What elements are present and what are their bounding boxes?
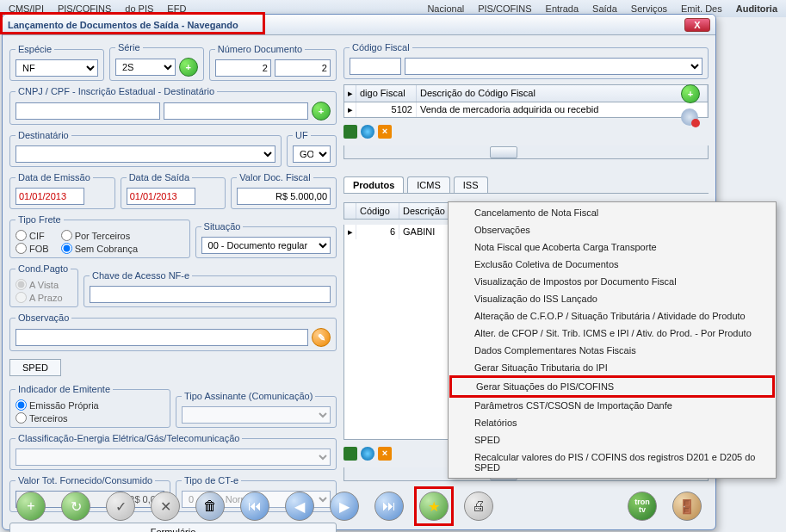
tab-icms[interactable]: ICMS [407,176,450,193]
tab-iss[interactable]: ISS [454,176,488,193]
clear-icon[interactable]: × [378,125,392,139]
destinatario-label: Destinatário [15,130,71,140]
cfop-row[interactable]: ▸ 5102 Venda de mercadoria adquirida ou … [344,102,708,117]
cm-dados-comp[interactable]: Dados Complementares Notas Fiscais [450,342,774,359]
clear-icon[interactable]: × [378,447,392,461]
add-serie-button[interactable]: + [179,58,198,77]
frete-fob[interactable]: FOB [15,243,49,254]
cm-alt-cfop[interactable]: Alteração de C.F.O.P / Situação Tributár… [450,307,774,325]
cnpj-input[interactable] [15,102,160,120]
pagto-aprazo[interactable]: A Prazo [15,292,72,303]
especie-label: Espécie [15,44,54,54]
add-button[interactable]: + [16,492,46,521]
frete-terceiros[interactable]: Por Terceiros [61,230,138,241]
emissao-input[interactable] [15,188,84,205]
valor-label: Valor Doc. Fiscal [237,172,313,182]
exit-button[interactable]: 🚪 [672,492,702,521]
close-button[interactable]: X [684,18,710,32]
first-button[interactable]: ⏮ [240,492,269,521]
ie-input[interactable] [164,102,308,120]
last-button[interactable]: ⏭ [374,492,404,521]
situacao-label: Situação [201,221,244,232]
serie-select[interactable]: 2S [115,59,176,76]
situacao-select[interactable]: 00 - Documento regular [201,237,331,254]
cm-gerar-piscofins[interactable]: Gerar Situações do PIS/COFINS [449,375,775,398]
auditoria-label: Auditoria [731,2,783,15]
add-cfop-button[interactable]: + [681,84,700,103]
cnpj-label: CNPJ / CPF - Inscrição Estadual - Destin… [15,86,217,96]
chave-label: Chave de Acesso NF-e [90,270,192,281]
numero-label: Número Documento [215,44,305,54]
refresh-button[interactable]: ↻ [61,492,90,521]
prev-button[interactable]: ◀ [285,492,314,521]
sped-button[interactable]: SPED [9,359,61,376]
cancel-button[interactable]: ✕ [151,492,180,521]
saida-input[interactable] [127,188,195,205]
cm-vis-impostos[interactable]: Visualização de Impostos por Documento F… [450,273,774,290]
add-dest-button[interactable]: + [312,102,331,121]
cfop-grid-header: ▸ digo Fiscal Descrição do Código Fiscal [343,84,709,102]
serie-label: Série [115,42,143,53]
frete-cif[interactable]: CIF [15,230,49,241]
frete-label: Tipo Frete [15,214,64,225]
codfiscal-label: Código Fiscal [350,42,412,53]
destinatario-select[interactable] [15,145,275,163]
cm-vis-iss[interactable]: Visualização do ISS Lançado [450,290,774,307]
delete-button[interactable]: 🗑 [195,492,225,521]
condpagto-label: Cond.Pagto [15,263,71,274]
excel-icon[interactable] [343,447,357,461]
cm-gerar-ipi[interactable]: Gerar Situação Tributaria do IPI [450,359,774,376]
cm-sped[interactable]: SPED [450,431,774,448]
cm-alt-cfop-prod[interactable]: Alter. de CFOP / Sit. Trib. ICMS e IPI /… [450,325,774,342]
product-tabs: Produtos ICMS ISS [343,176,709,194]
tab-produtos[interactable]: Produtos [343,176,404,193]
frete-sem[interactable]: Sem Cobrança [61,243,138,254]
emit-terceiros[interactable]: Terceiros [15,412,164,424]
tron-tv-button[interactable]: tron tv [628,492,657,521]
cm-nf-carga[interactable]: Nota Fiscal que Acoberta Carga Transport… [450,238,774,256]
assinante-label: Tipo Assinante (Comunicação) [182,391,315,401]
excel-icon[interactable] [343,125,357,139]
numero-input-1[interactable] [215,59,271,77]
valor-input[interactable] [237,188,331,205]
pagto-avista[interactable]: A Vista [15,279,72,290]
emitente-label: Indicador de Emitente [15,384,113,394]
cfop-mini-toolbar: × [343,123,709,140]
delete-cfop-icon[interactable] [681,108,698,126]
numero-input-2[interactable] [275,59,331,77]
cte-label: Tipo de CT-e [182,475,241,486]
window-title: Lançamento de Documentos de Saída - Nave… [8,20,238,30]
classif-label: Classificação-Energia Elétrica/Gás/Telec… [15,433,242,443]
codfiscal-select[interactable] [405,58,702,75]
print-button[interactable]: 🖨 [464,492,493,521]
obs-input[interactable] [15,329,308,346]
cm-observacoes[interactable]: Observações [450,221,774,238]
globe-icon[interactable] [361,125,374,139]
cm-param-cst[interactable]: Parâmetros CST/CSOSN de Importação Danfe [450,397,774,414]
cfop-scrollbar[interactable] [343,145,709,159]
uf-select[interactable]: GO [293,145,331,163]
confirm-button[interactable]: ✓ [106,492,135,521]
bottom-toolbar: + ↻ ✓ ✕ 🗑 ⏮ ◀ ▶ ⏭ ★ 🖨 tron tv 🚪 [9,486,709,526]
actions-button[interactable]: ★ [419,492,449,521]
uf-label: UF [293,130,311,140]
next-button[interactable]: ▶ [330,492,359,521]
assinante-select[interactable] [182,406,331,424]
cm-relatorios[interactable]: Relatórios [450,414,774,431]
obs-button[interactable]: ✎ [312,328,331,347]
obs-label: Observação [15,312,71,323]
cm-cancel-nf[interactable]: Cancelamento de Nota Fiscal [450,204,774,221]
cm-exclusao[interactable]: Exclusão Coletiva de Documentos [450,256,774,273]
especie-select[interactable]: NF [15,59,98,77]
fornecido-label: Valor Tot. Fornecido/Consumido [15,475,155,486]
emit-propria[interactable]: Emissão Própria [15,399,164,411]
chave-input[interactable] [90,286,331,303]
titlebar: Lançamento de Documentos de Saída - Nave… [3,15,715,35]
context-menu: Cancelamento de Nota Fiscal Observações … [448,201,777,479]
classif-select[interactable] [15,448,331,466]
codfiscal-input[interactable] [350,58,401,75]
globe-icon[interactable] [361,447,374,461]
emissao-label: Data de Emissão [15,172,93,182]
saida-label: Data de Saída [127,172,192,182]
cm-recalcular[interactable]: Recalcular valores do PIS / COFINS dos r… [450,448,774,476]
